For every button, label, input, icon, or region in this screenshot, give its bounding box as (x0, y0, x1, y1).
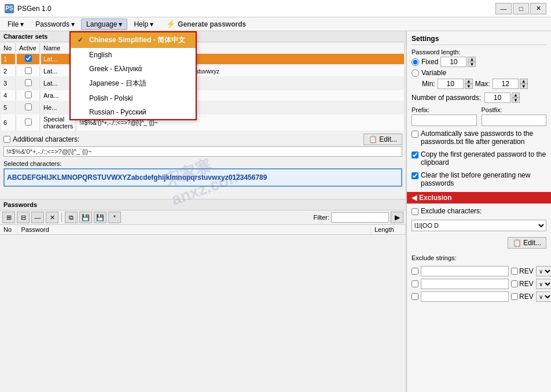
char-row[interactable]: 3 Lat... ...lmnopqrstuvwxyz (1, 78, 405, 89)
min-input[interactable] (438, 79, 464, 89)
char-active-cb[interactable] (25, 91, 32, 98)
fixed-radio[interactable] (412, 58, 419, 66)
close-button[interactable]: ✕ (530, 3, 546, 14)
rev-checkbox-3[interactable] (511, 293, 518, 300)
exclude-str-checkbox-3[interactable] (412, 293, 418, 300)
char-no: 6 (1, 114, 16, 131)
lang-item-english[interactable]: English (71, 48, 196, 62)
lang-item-greek[interactable]: Greek - Ελληνικά (71, 62, 196, 76)
max-input[interactable] (493, 79, 519, 89)
col-no: No (1, 43, 16, 53)
char-row[interactable]: 1 Lat... ...LMNOPQRSTUVWXYZabcdefghijklm… (1, 54, 405, 65)
file-menu[interactable]: File ▾ (2, 19, 29, 30)
edit-icon: 📋 (369, 135, 377, 143)
char-sets-header: Character sets (0, 31, 406, 42)
tb-save-btn[interactable]: 💾 (79, 212, 92, 223)
exclude-str-input-1[interactable] (421, 266, 509, 276)
filter-go-icon: ▶ (395, 213, 400, 221)
variable-radio[interactable] (412, 69, 419, 77)
rev-checkbox-2[interactable] (511, 280, 518, 287)
num-spin-down[interactable]: ▼ (512, 98, 520, 103)
exclude-str-row-1: REV ∨ (412, 266, 546, 276)
rev-section-1: REV (511, 267, 534, 275)
tb-copy-btn[interactable]: ⧉ (65, 212, 78, 223)
exclude-str-input-2[interactable] (421, 279, 509, 289)
fixed-spin-up[interactable]: ▲ (468, 57, 476, 62)
char-row[interactable]: 6 Special characters !#$%&'()*+,-./:;<=>… (1, 114, 405, 131)
lang-item-japanese[interactable]: Japanese - 日本語 (71, 76, 196, 91)
pwd-length-label: Password length: (412, 49, 546, 56)
selected-chars-label: Selected characters: (3, 160, 402, 167)
lang-item-russian[interactable]: Russian - Русский (71, 105, 196, 119)
exclusion-triangle: ◀ (412, 194, 417, 202)
max-spin-down[interactable]: ▼ (520, 84, 528, 89)
exclude-edit-icon: 📋 (513, 239, 521, 247)
additional-chars-edit-btn[interactable]: 📋 Edit... (363, 134, 402, 145)
filter-input[interactable] (331, 212, 389, 223)
char-active-cb[interactable] (25, 79, 32, 86)
language-menu[interactable]: Language ▾ (81, 19, 127, 30)
fixed-row: Fixed ▲ ▼ (412, 57, 546, 67)
tb-asterisk-btn[interactable]: * (108, 212, 121, 223)
char-active-cb[interactable] (25, 103, 32, 110)
pwd-col-len: Length (371, 225, 406, 235)
drag-handle[interactable]: · · · · · · · · (0, 189, 406, 197)
maximize-button[interactable]: □ (513, 3, 529, 14)
min-spin-down[interactable]: ▼ (465, 84, 473, 89)
additional-chars-display: !#$%&'0*+,-./:;<=>?@[\]^_`{|}~ (3, 146, 402, 157)
exclude-chars-row: Exclude characters: (412, 207, 546, 215)
min-spin-up[interactable]: ▲ (465, 79, 473, 84)
minimize-button[interactable]: — (495, 3, 512, 14)
lang-item-polish[interactable]: Polish - Polski (71, 91, 196, 105)
tb-save2-btn[interactable]: 💾 (94, 212, 106, 223)
prefix-input[interactable] (412, 114, 477, 126)
exclude-edit-btn[interactable]: 📋 Edit... (508, 237, 546, 249)
rev-select-3[interactable]: ∨ (536, 291, 551, 302)
char-active-cb[interactable] (25, 119, 32, 125)
settings-title: Settings (412, 35, 546, 45)
pwd-length-section: Password length: Fixed ▲ ▼ Variable (412, 49, 546, 89)
clear-list-checkbox[interactable] (412, 172, 418, 179)
rev-select-1[interactable]: ∨ (536, 266, 551, 276)
left-panel: Character sets No Active Name Characters… (0, 31, 406, 392)
char-sets-table: No Active Name Characters 1 Lat... ...LM… (0, 42, 406, 132)
generate-button[interactable]: ⚡ Generate passwords (160, 18, 252, 30)
exclude-str-input-3[interactable] (421, 291, 509, 302)
rev-select-2[interactable]: ∨ (536, 279, 551, 289)
copy-first-checkbox[interactable] (412, 151, 418, 158)
char-row[interactable]: 5 He... ...BCDEF (1, 102, 405, 113)
char-row[interactable]: 4 Ara... (1, 90, 405, 101)
rev-section-3: REV (511, 293, 534, 301)
selected-chars-section: Selected characters: (0, 159, 406, 168)
tb-copyall-btn[interactable]: ⊟ (17, 212, 30, 223)
help-menu[interactable]: Help ▾ (128, 19, 159, 30)
char-row[interactable]: 2 Lat... ...LMNOPQRSTUVWXYZabcdefghijklm… (1, 66, 405, 77)
rev-checkbox-1[interactable] (511, 268, 518, 275)
auto-save-row: Automatically save passwords to the pass… (412, 130, 546, 146)
exclude-str-checkbox-2[interactable] (412, 280, 418, 287)
char-active-cb[interactable] (25, 67, 32, 74)
num-passwords-input[interactable] (484, 93, 510, 103)
postfix-section: Postfix: (482, 106, 547, 126)
exclude-chars-checkbox[interactable] (412, 208, 418, 215)
exclude-str-checkbox-1[interactable] (412, 268, 418, 275)
exclude-chars-select[interactable]: l1l|OO D (412, 220, 546, 231)
fixed-spin-down[interactable]: ▼ (468, 62, 476, 67)
postfix-input[interactable] (482, 114, 547, 126)
max-spin-up[interactable]: ▲ (520, 79, 528, 84)
col-active: Active (17, 43, 40, 53)
char-active-cb[interactable] (25, 55, 32, 62)
language-dropdown: ✓ Chinese Simplified - 简体中文 English Gree… (69, 31, 197, 120)
tb-new-btn[interactable]: ⊞ (2, 212, 15, 223)
prefix-section: Prefix: (412, 106, 477, 126)
lang-item-chinese[interactable]: ✓ Chinese Simplified - 简体中文 (71, 32, 196, 48)
char-no: 5 (1, 102, 16, 113)
passwords-menu[interactable]: Passwords ▾ (30, 19, 80, 30)
fixed-value-input[interactable] (440, 57, 466, 67)
num-spin-up[interactable]: ▲ (512, 93, 520, 98)
auto-save-checkbox[interactable] (412, 131, 418, 138)
tb-delete-btn[interactable]: ✕ (46, 212, 58, 223)
tb-minus-btn[interactable]: — (31, 212, 44, 223)
filter-go-btn[interactable]: ▶ (391, 212, 403, 223)
additional-chars-checkbox[interactable] (3, 136, 10, 143)
